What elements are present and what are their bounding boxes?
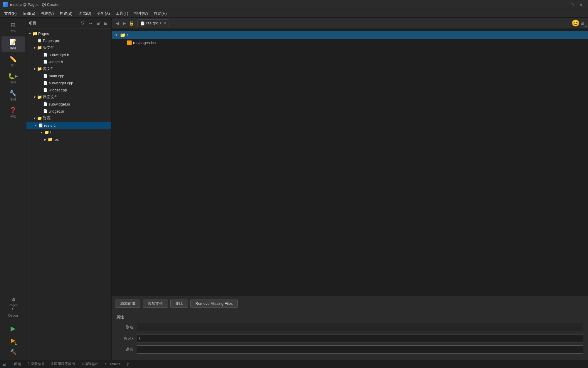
titlebar-title: res.qrc @ Pages - Qt Creator bbox=[10, 2, 559, 7]
tree-node-pages-pro[interactable]: ▶ 📋 Pages.pro bbox=[26, 37, 111, 44]
editor-area: ◀ ▶ 🔓 📋 res.qrc ▼ ✕ 😊 ⊞ ▼ 📁 / bbox=[112, 18, 588, 360]
tab-qrc-icon: 📋 bbox=[140, 21, 145, 26]
tab-app-output[interactable]: 3 应用程序输出 bbox=[48, 361, 78, 368]
tab-issues[interactable]: 1 问题 bbox=[8, 361, 24, 368]
subwidget-ui-label: subwidget.ui bbox=[49, 102, 70, 106]
sidebar-close-btn[interactable]: ⊟ bbox=[103, 20, 109, 26]
menu-tools[interactable]: 工具(T) bbox=[113, 10, 131, 17]
menu-debug[interactable]: 调试(D) bbox=[75, 10, 94, 17]
remove-button[interactable]: 删除 bbox=[170, 300, 188, 308]
help-label: 帮助 bbox=[10, 114, 16, 118]
alias-input[interactable] bbox=[137, 323, 583, 331]
pages-debug-section: 🖥 Pages ▶ Debug bbox=[0, 293, 26, 321]
welcome-label: 欢迎 bbox=[10, 29, 16, 33]
build-button[interactable]: 🔨 bbox=[8, 347, 19, 357]
debug-nav-item[interactable]: Debug bbox=[7, 312, 19, 318]
tree-node-prefix-slash[interactable]: ▼ 📁 / bbox=[26, 129, 111, 136]
remove-missing-files-button[interactable]: Remove Missing Files bbox=[190, 300, 238, 308]
menu-components[interactable]: 控件(W) bbox=[131, 10, 151, 17]
nav-lock-button[interactable]: 🔓 bbox=[128, 20, 135, 26]
prefix-input[interactable] bbox=[137, 334, 583, 342]
tree-node-res[interactable]: ▶ 📁 res bbox=[26, 136, 111, 143]
prefix-label: Prefix: bbox=[116, 336, 137, 341]
tree-node-sources[interactable]: ▼ 📁 源文件 bbox=[26, 65, 111, 72]
menu-help[interactable]: 帮助(H) bbox=[151, 10, 170, 17]
subwidget-cpp-label: subwidget.cpp bbox=[49, 81, 73, 85]
add-file-button[interactable]: 添加文件 bbox=[143, 300, 168, 308]
tree-node-widget-h[interactable]: ▶ 📄 widget.h bbox=[26, 58, 111, 65]
menu-build[interactable]: 构建(B) bbox=[57, 10, 75, 17]
avatar-button[interactable]: 😊 bbox=[572, 20, 579, 26]
tree-node-res-qrc[interactable]: ▼ 📋 res.qrc bbox=[26, 122, 111, 129]
language-label: 语言: bbox=[116, 347, 137, 352]
sidebar-filter-btn[interactable]: ▽ bbox=[80, 20, 86, 26]
qrc-row-ico[interactable]: ▶ 🟧 res/pages.ico bbox=[112, 39, 588, 46]
nav-forward-button[interactable]: ▶ bbox=[121, 20, 127, 26]
scrollbar-area: ▲ bbox=[584, 24, 588, 59]
menu-analyze[interactable]: 分析(A) bbox=[94, 10, 113, 17]
language-input[interactable] bbox=[137, 345, 583, 354]
debug-icon: 🐛 bbox=[9, 73, 15, 79]
run-debug-button[interactable]: ▶ 🐛 bbox=[8, 335, 19, 346]
tree-node-resources[interactable]: ▼ 📁 资源 bbox=[26, 115, 111, 122]
minimize-button[interactable]: ─ bbox=[559, 1, 567, 8]
sidebar-expand-btn[interactable]: ⊞ bbox=[95, 20, 101, 26]
menu-file[interactable]: 文件(F) bbox=[1, 10, 20, 17]
run-button[interactable]: ▶ bbox=[8, 323, 19, 334]
tree-node-subwidget-cpp[interactable]: ▶ 📄 subwidget.cpp bbox=[26, 79, 111, 86]
edit-label: 编辑 bbox=[10, 46, 16, 50]
activity-edit[interactable]: 📝 编辑 bbox=[1, 36, 25, 52]
editor-tab-res-qrc[interactable]: 📋 res.qrc ▼ ✕ bbox=[137, 19, 169, 27]
resources-folder-icon: 📁 bbox=[37, 116, 42, 121]
tree-node-widget-ui[interactable]: ▶ 📄 widget.ui bbox=[26, 108, 111, 115]
close-button[interactable]: ✕ bbox=[577, 1, 585, 8]
pages-root-icon: 📁 bbox=[32, 31, 37, 36]
activity-welcome[interactable]: ⊞ 欢迎 bbox=[1, 19, 25, 35]
tree-node-widget-cpp[interactable]: ▶ 📄 widget.cpp bbox=[26, 86, 111, 93]
expand-arrow-pages: ▼ bbox=[28, 31, 32, 36]
qrc-tree-content: ▼ 📁 / ▶ 🟧 res/pages.ico bbox=[112, 29, 588, 296]
cpp-file-icon-sub: 📄 bbox=[43, 81, 48, 85]
expand-arrow-res-sub: ▶ bbox=[43, 137, 48, 142]
activity-help[interactable]: ❓ 帮助 bbox=[1, 105, 25, 121]
tab-search[interactable]: 2 搜索结果 bbox=[25, 361, 48, 368]
pages-nav-item[interactable]: 🖥 Pages ▶ bbox=[7, 295, 19, 311]
subwidget-h-label: subwidget.h bbox=[49, 53, 69, 57]
tab-terminal[interactable]: 5 Terminal bbox=[102, 361, 124, 368]
expand-arrow-pro: ▶ bbox=[32, 38, 37, 43]
sidebar-sync-btn[interactable]: ⇔ bbox=[87, 20, 94, 26]
tab-compile-output[interactable]: 4 编译输出 bbox=[79, 361, 102, 368]
scrollbar-up-icon[interactable]: ▲ bbox=[584, 24, 587, 27]
sort-bottom-tabs[interactable]: ⇕ bbox=[126, 362, 130, 367]
expand-arrow-wcpp: ▶ bbox=[38, 88, 43, 92]
qrc-expand-root: ▼ bbox=[114, 33, 119, 37]
menubar: 文件(F) 编辑(E) 视图(V) 构建(B) 调试(D) 分析(A) 工具(T… bbox=[0, 9, 588, 18]
tab-qrc-label: res.qrc bbox=[146, 21, 158, 25]
activity-debug[interactable]: 🐛 ▶ 调试 bbox=[1, 71, 25, 86]
tree-node-ui-files[interactable]: ▼ 📁 界面文件 bbox=[26, 93, 111, 101]
activity-project[interactable]: 🔧 项目 bbox=[1, 88, 25, 103]
add-prefix-button[interactable]: 添加前缀 bbox=[115, 300, 140, 308]
activity-design[interactable]: ✏️ 设计 bbox=[1, 53, 25, 69]
prefix-row: Prefix: bbox=[116, 334, 583, 343]
qrc-row-root[interactable]: ▼ 📁 / bbox=[112, 31, 588, 39]
toggle-bottom-panel[interactable]: ⊟ bbox=[2, 362, 6, 367]
tree-node-pages[interactable]: ▼ 📁 Pages bbox=[26, 30, 111, 37]
ui-files-label: 界面文件 bbox=[43, 94, 58, 100]
welcome-icon: ⊞ bbox=[10, 22, 16, 28]
menu-view[interactable]: 视图(V) bbox=[38, 10, 57, 17]
menu-edit[interactable]: 编辑(E) bbox=[20, 10, 38, 17]
tab-close-button[interactable]: ✕ bbox=[163, 21, 166, 25]
maximize-button[interactable]: □ bbox=[568, 1, 576, 8]
nav-back-button[interactable]: ◀ bbox=[114, 20, 120, 26]
tree-node-subwidget-h[interactable]: ▶ 📄 subwidget.h bbox=[26, 51, 111, 58]
expand-arrow-ui: ▼ bbox=[32, 95, 37, 99]
tree-node-headers[interactable]: ▼ 📁 头文件 bbox=[26, 44, 111, 51]
qrc-root-label: / bbox=[127, 33, 128, 37]
tree-node-subwidget-ui[interactable]: ▶ 📄 subwidget.ui bbox=[26, 101, 111, 108]
expand-arrow-prefix: ▼ bbox=[39, 130, 44, 135]
tree-node-main-cpp[interactable]: ▶ 📄 main.cpp bbox=[26, 72, 111, 79]
project-label: 项目 bbox=[10, 97, 16, 101]
ui-file-icon-sub: 📄 bbox=[43, 102, 48, 106]
tab-dropdown-icon: ▼ bbox=[159, 21, 162, 25]
